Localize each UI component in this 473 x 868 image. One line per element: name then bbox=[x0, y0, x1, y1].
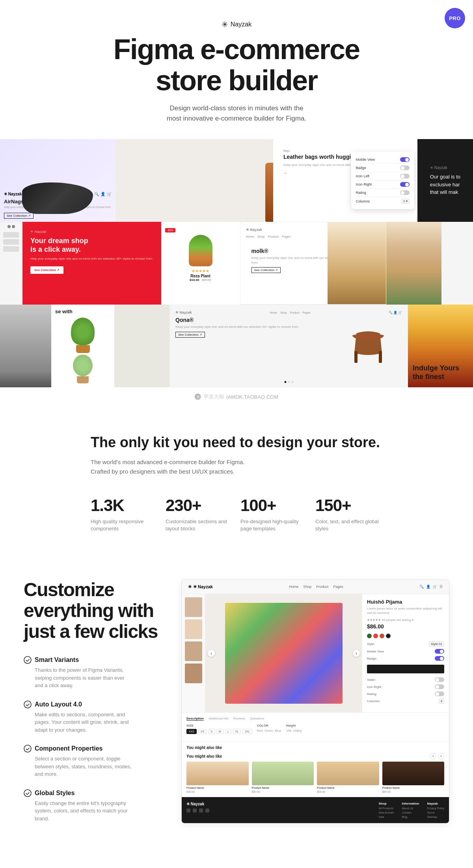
add-to-cart-btn[interactable] bbox=[367, 665, 444, 673]
size-xxs[interactable]: XXS bbox=[186, 729, 197, 734]
molk-btn[interactable]: See Collection ↗ bbox=[251, 267, 281, 273]
nav-dots bbox=[284, 379, 293, 385]
columns-select-2[interactable]: 3 bbox=[439, 699, 444, 704]
gallery-item-red: ✳ Nayzak Your dream shopis a click away.… bbox=[22, 222, 161, 305]
related-item-4: Product Name $00.00 bbox=[382, 762, 445, 793]
nav-pages: Pages bbox=[333, 585, 343, 589]
footer-col-support: Nayzak Privacy Policy Terms Sitemap bbox=[427, 802, 444, 818]
mock-footer-left: ✳ Nayzak bbox=[186, 802, 209, 818]
mobile-view-toggle[interactable] bbox=[400, 157, 410, 162]
mock-thumbnails bbox=[182, 594, 205, 712]
stat-item-4: 150+ Color, text, and effect global styl… bbox=[315, 496, 382, 532]
rating-label: Rating: bbox=[367, 692, 377, 696]
watermark-site: 早道大咖 bbox=[203, 393, 224, 400]
related-name-3: Product Name bbox=[317, 786, 379, 789]
footer-link-4[interactable]: About Us bbox=[402, 807, 419, 810]
feature-desc-3: Select a section or component, toggle be… bbox=[24, 755, 134, 778]
size-l[interactable]: L bbox=[225, 729, 231, 734]
related-name-1: Product Name bbox=[186, 786, 249, 789]
feature-title-2: Auto Layout 4.0 bbox=[35, 701, 82, 708]
mock-section-tabs: Description Additional Info Reviews Ques… bbox=[186, 717, 444, 721]
customize-left: Customize everything with just a few cli… bbox=[24, 580, 158, 833]
check-icon-3 bbox=[24, 745, 32, 753]
footer-link-7[interactable]: Privacy Policy bbox=[427, 807, 444, 810]
brand-name: Nayzak bbox=[231, 21, 251, 28]
footer-link-2[interactable]: New Arrivals bbox=[379, 811, 394, 814]
instagram-icon[interactable] bbox=[199, 809, 203, 812]
mock-thumb-4[interactable] bbox=[185, 664, 202, 683]
size-2xl[interactable]: 2XL bbox=[242, 729, 252, 734]
twitter-icon[interactable] bbox=[193, 809, 197, 812]
icon-left-toggle[interactable] bbox=[400, 174, 410, 178]
svg-point-3 bbox=[24, 701, 31, 708]
stat-item-1: 1.3K High quality responsive components bbox=[91, 496, 158, 532]
style-select[interactable]: Style 01 bbox=[429, 641, 444, 647]
color-swatch-3[interactable] bbox=[380, 634, 384, 638]
color-swatch-4[interactable] bbox=[386, 634, 391, 638]
feature-header-2: Auto Layout 4.0 bbox=[24, 701, 158, 708]
prev-arrow[interactable]: ‹ bbox=[208, 650, 215, 657]
rating-toggle[interactable] bbox=[400, 190, 410, 195]
rating-toggle-2[interactable] bbox=[435, 691, 444, 696]
color-label: COLOR bbox=[257, 724, 281, 727]
facebook-icon[interactable] bbox=[186, 809, 190, 812]
badge-toggle-2[interactable] bbox=[435, 656, 444, 661]
footer-link-5[interactable]: Contact bbox=[402, 811, 419, 814]
feature-desc-4: Easily change the entire kit's typograph… bbox=[24, 799, 134, 823]
size-xl[interactable]: XL bbox=[233, 729, 241, 734]
icon-left-control: Icon Left bbox=[356, 172, 410, 180]
slider-toggle[interactable] bbox=[435, 677, 444, 682]
footer-link-8[interactable]: Terms bbox=[427, 811, 444, 814]
color-swatch-2[interactable] bbox=[373, 634, 378, 638]
size-m[interactable]: M bbox=[216, 729, 223, 734]
feature-item-3: Component Properties Select a section or… bbox=[24, 745, 158, 778]
size-xs[interactable]: XS bbox=[198, 729, 207, 734]
related-header: You might also like ‹ › bbox=[186, 753, 444, 759]
next-arrow[interactable]: › bbox=[353, 650, 360, 657]
product-image bbox=[225, 603, 343, 703]
size-s[interactable]: S bbox=[208, 729, 215, 734]
related-next[interactable]: › bbox=[438, 753, 444, 759]
gallery-item-gray-texture bbox=[114, 305, 169, 387]
mobile-view-toggle-2[interactable] bbox=[435, 649, 444, 654]
mock-nav-icons: 🔍 👤 🛒 ☰ bbox=[419, 585, 443, 589]
customize-title: Customize everything with just a few cli… bbox=[24, 580, 158, 642]
qona-btn[interactable]: See Collection ↗ bbox=[175, 332, 205, 338]
pinterest-icon[interactable] bbox=[205, 809, 209, 812]
dark-brand-logo: ✳Nayzak bbox=[430, 165, 460, 171]
footer-link-9[interactable]: Sitemap bbox=[427, 816, 444, 818]
mock-thumb-2[interactable] bbox=[185, 619, 202, 639]
tab-reviews[interactable]: Reviews bbox=[233, 717, 245, 721]
tab-additional-info[interactable]: Additional Info bbox=[209, 717, 229, 721]
mock-nav-logo: ✳ ✳ Nayzak bbox=[188, 584, 213, 589]
feature-title-4: Global Styles bbox=[35, 790, 74, 797]
svg-point-5 bbox=[24, 790, 31, 797]
footer-link-3[interactable]: Sale bbox=[379, 816, 394, 818]
columns-control: Columns 2 ▾ bbox=[356, 197, 410, 205]
stats-section: The only kit you need to design your sto… bbox=[59, 406, 414, 552]
columns-select[interactable]: 2 ▾ bbox=[401, 199, 410, 204]
related-prev[interactable]: ‹ bbox=[430, 753, 436, 759]
color-swatch-1[interactable] bbox=[367, 634, 372, 638]
bag-visual bbox=[265, 163, 273, 222]
gallery-item-dark-brand: ✳Nayzak Our goal is toexclusive harthat … bbox=[417, 139, 473, 222]
tab-questions[interactable]: Questions bbox=[250, 717, 264, 721]
tab-description[interactable]: Description bbox=[186, 717, 204, 721]
mock-body: ‹ › Huishō Pijama Lorem ipsum dolor sit … bbox=[182, 594, 449, 712]
mock-thumb-1[interactable] bbox=[185, 597, 202, 617]
mock-color-swatches bbox=[367, 634, 444, 638]
icon-right-toggle-2[interactable] bbox=[435, 684, 444, 689]
columns-control-2: Columns: 3 bbox=[367, 699, 444, 704]
footer-link-6[interactable]: Blog bbox=[402, 816, 419, 818]
footer-link-1[interactable]: All Products bbox=[379, 807, 394, 810]
related-name-2: Product Name bbox=[252, 786, 314, 789]
icon-right-toggle[interactable] bbox=[400, 182, 410, 187]
red-btn[interactable]: See Collection ↗ bbox=[30, 266, 63, 274]
related-img-4 bbox=[382, 762, 445, 785]
gallery-item-small bbox=[441, 222, 473, 305]
size-section: SIZE XXS XS S M L XL 2XL bbox=[186, 724, 444, 737]
badge-toggle[interactable] bbox=[400, 165, 410, 170]
mock-thumb-3[interactable] bbox=[185, 641, 202, 661]
stat-label-3: Pre-designed high-quality page templates bbox=[240, 518, 307, 532]
gallery-item-gray-woman bbox=[0, 305, 51, 387]
